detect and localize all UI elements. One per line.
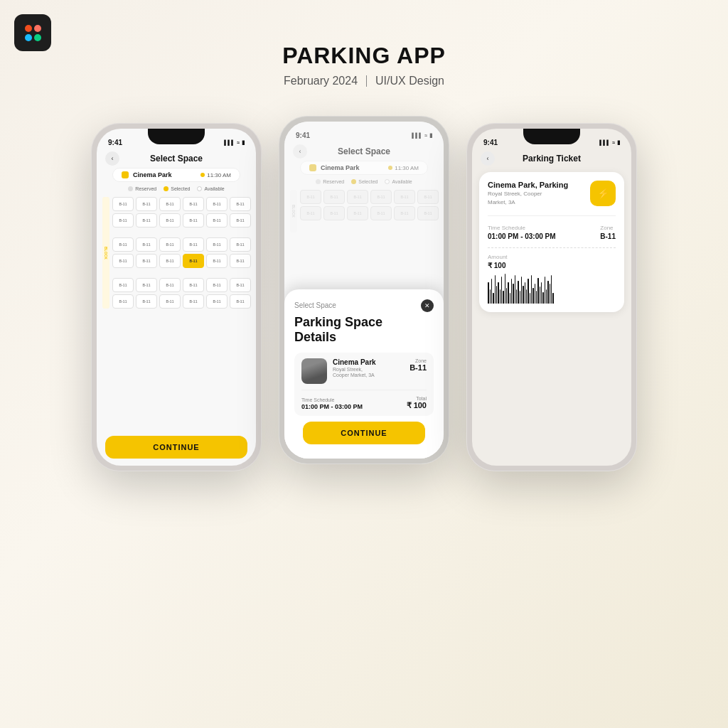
ticket-info: Cinema Park, Parking Royal Streek, Coope…: [488, 181, 568, 207]
spot[interactable]: B-11: [159, 294, 181, 309]
phone-3-back-button[interactable]: ‹: [481, 151, 495, 166]
spot: B-11: [394, 206, 415, 220]
ticket-time-val: 01:00 PM - 03:00 PM: [488, 232, 556, 240]
spot[interactable]: B-11: [159, 278, 181, 292]
phone-2-location-bar: Cinema Park 11:30 AM: [300, 161, 428, 175]
spot[interactable]: B-11: [159, 197, 181, 211]
p2-legend-reserved: Reserved: [316, 179, 344, 184]
spot: B-11: [370, 206, 392, 220]
parking-row-3: B-11 B-11 B-11 B-11 B-11 B-11: [112, 237, 251, 252]
spot[interactable]: B-11: [112, 197, 134, 211]
phone-2-content: 9:41 ▌▌▌ ≈ ▮ ‹ Select Space: [284, 122, 444, 459]
phone-1-continue-button[interactable]: CONTINUE: [105, 436, 247, 459]
spot[interactable]: B-11: [206, 237, 228, 252]
phone-2-time-badge: 11:30 AM: [388, 165, 419, 171]
spot[interactable]: B-11: [159, 213, 181, 228]
legend-selected-dot: [164, 186, 168, 191]
battery-icon: ▮: [617, 139, 620, 146]
phone-2-time-dot: [388, 166, 392, 170]
spot[interactable]: B-11: [230, 213, 251, 228]
spot[interactable]: B-11: [183, 213, 204, 228]
spot[interactable]: B-11: [183, 294, 204, 309]
spot[interactable]: B-11: [206, 278, 228, 292]
spot[interactable]: B-11: [183, 278, 204, 292]
spot[interactable]: B-11: [159, 237, 181, 252]
modal-header: Select Space ✕: [294, 299, 434, 312]
spot[interactable]: B-11: [112, 237, 134, 252]
ticket-park-name: Cinema Park, Parking: [488, 181, 568, 189]
time-label: Time Schedule: [301, 397, 363, 402]
phone-1-status-icons: ▌▌▌ ≈ ▮: [224, 139, 245, 146]
spot[interactable]: B-11: [136, 237, 157, 252]
zone-label-faded: BLOCK: [290, 190, 297, 232]
navigate-button[interactable]: ⚡: [590, 181, 616, 206]
spot[interactable]: B-11: [230, 254, 251, 268]
time-val: 01:00 PM - 03:00 PM: [301, 403, 363, 410]
parking-row-4: B-11 B-11 B-11 B-11 B-11 B-11: [112, 254, 251, 268]
time-row: Time Schedule 01:00 PM - 03:00 PM Total …: [301, 396, 427, 410]
spot[interactable]: B-11: [136, 254, 157, 268]
phone-2-time-val: 11:30 AM: [395, 165, 419, 171]
p2-legend-available: Available: [385, 179, 412, 184]
spot[interactable]: B-11: [230, 197, 251, 211]
spot[interactable]: B-11: [206, 294, 228, 309]
phone-1-time-badge: 11:30 AM: [200, 172, 231, 178]
subtitle-type: UI/UX Design: [375, 75, 444, 87]
barcode: [488, 275, 616, 304]
parking-thumbnail: [301, 358, 327, 384]
phone-2-legend: Reserved Selected Available: [284, 176, 444, 187]
ticket-addr2: Market, 3A: [488, 199, 568, 206]
parking-row-5: B-11 B-11 B-11 B-11 B-11 B-11: [112, 278, 251, 292]
spot[interactable]: B-11: [230, 237, 251, 252]
spot[interactable]: B-11: [136, 213, 157, 228]
spot[interactable]: B-11: [183, 237, 204, 252]
spot[interactable]: B-11: [206, 213, 228, 228]
phone-1-notch: [148, 129, 205, 144]
phone-2-screen-title: Select Space: [338, 146, 390, 156]
spot[interactable]: B-11: [112, 294, 134, 309]
legend-reserved: Reserved: [128, 186, 156, 191]
time-schedule-block: Time Schedule 01:00 PM - 03:00 PM: [301, 397, 363, 410]
phone-2-continue-button[interactable]: CONTINUE: [303, 422, 425, 444]
phone-1-content: 9:41 ▌▌▌ ≈ ▮ ‹ Select Space Ci: [97, 129, 256, 466]
spot-selected[interactable]: B-11: [183, 254, 204, 268]
phone-2: 9:41 ▌▌▌ ≈ ▮ ‹ Select Space: [279, 116, 449, 464]
phone-1-legend: Reserved Selected Available: [97, 183, 256, 194]
phone-1-location-bar: Cinema Park 11:30 AM: [112, 168, 240, 182]
figma-icon: [14, 14, 51, 51]
ticket-time-label: Time Schedule: [488, 225, 556, 231]
page-title: PARKING APP: [0, 43, 728, 69]
phone-1-time-dot: [200, 173, 205, 177]
total-block: Total ₹ 100: [407, 396, 427, 410]
signal-icon: ▌▌▌: [224, 140, 235, 145]
modal-parking-info-card: Cinema Park Royal Streek, Cooper Market,…: [294, 353, 434, 416]
ticket-fields-row1: Time Schedule 01:00 PM - 03:00 PM Zone B…: [488, 225, 616, 240]
modal-close-button[interactable]: ✕: [421, 299, 434, 312]
spot[interactable]: B-11: [112, 254, 134, 268]
legend-selected: Selected: [164, 186, 190, 191]
phone-3-screen-title: Parking Ticket: [523, 154, 581, 164]
ticket-divider: [488, 247, 616, 248]
spot: B-11: [417, 190, 439, 204]
spot[interactable]: B-11: [136, 197, 157, 211]
spot[interactable]: B-11: [112, 278, 134, 292]
phone-1-time-val: 11:30 AM: [207, 172, 231, 178]
spot[interactable]: B-11: [230, 278, 251, 292]
phone-3-time: 9:41: [483, 139, 498, 146]
spot[interactable]: B-11: [206, 254, 228, 268]
spot[interactable]: B-11: [183, 197, 204, 211]
spot[interactable]: B-11: [112, 213, 134, 228]
phone-1-screen-title: Select Space: [150, 154, 203, 164]
spot: B-11: [300, 190, 321, 204]
spot[interactable]: B-11: [136, 278, 157, 292]
spot[interactable]: B-11: [206, 197, 228, 211]
phone-2-back-button[interactable]: ‹: [293, 144, 307, 159]
spot[interactable]: B-11: [159, 254, 181, 268]
spot[interactable]: B-11: [136, 294, 157, 309]
ticket-amount-block: Amount ₹ 100: [488, 254, 616, 269]
spot[interactable]: B-11: [230, 294, 251, 309]
legend-dot: [316, 179, 321, 184]
modal-header-title: Select Space: [294, 301, 336, 309]
parking-row-6: B-11 B-11 B-11 B-11 B-11 B-11: [112, 294, 251, 309]
phone-1-back-button[interactable]: ‹: [105, 151, 119, 166]
